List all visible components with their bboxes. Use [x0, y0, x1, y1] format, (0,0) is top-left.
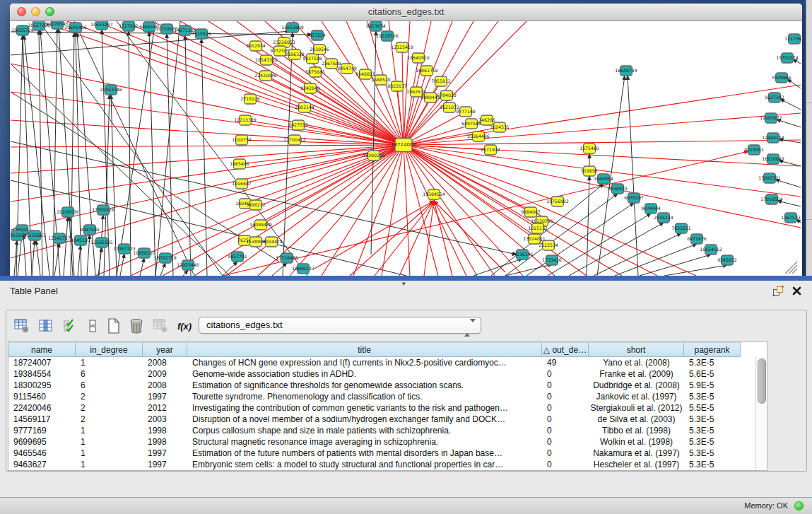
- table-body[interactable]: 1872400712008Changes of HCN gene express…: [8, 357, 767, 470]
- table-row[interactable]: 946362711997Embryonic stem cells: a mode…: [8, 459, 767, 470]
- graph-node-label: 13524851: [523, 236, 546, 241]
- cell-pagerank: 5.9E-5: [684, 380, 741, 391]
- graph-node-label: 5875685: [305, 69, 325, 74]
- cell-pagerank: 5.3E-5: [684, 391, 741, 402]
- delete-table-icon[interactable]: [128, 317, 145, 334]
- graph-node-label: 6794028: [437, 93, 457, 98]
- node-attribute-table[interactable]: namein_degreeyeartitle△ out_de…shortpage…: [8, 341, 767, 471]
- cell-pagerank: 5.6E-5: [684, 368, 741, 380]
- table-row[interactable]: 969969511998Structural magnetic resonanc…: [8, 436, 767, 448]
- function-builder-icon[interactable]: f(x): [176, 317, 193, 334]
- row-height-icon[interactable]: [84, 317, 101, 334]
- column-header-year[interactable]: year: [143, 342, 187, 357]
- memory-ok-indicator-icon[interactable]: [794, 501, 804, 510]
- graph-node-label: 1916687: [232, 181, 252, 186]
- graph-node-label: 6497568: [461, 121, 481, 126]
- cell-in_degree: 1: [76, 357, 143, 368]
- column-header-title[interactable]: title: [187, 342, 542, 357]
- graph-node-label: 1362615: [406, 89, 426, 94]
- graph-node-label: 9242848: [300, 86, 320, 90]
- table-row[interactable]: 946554611997Estimation of the future num…: [8, 448, 767, 459]
- cell-name: 9463627: [8, 459, 76, 470]
- graph-node-label: 2522534: [539, 243, 558, 247]
- cell-name: 9465546: [8, 448, 76, 459]
- cell-title: Disruption of a novel member of a sodium…: [187, 414, 542, 425]
- cell-title: Tourette syndrome. Phenomenology and cla…: [187, 391, 542, 402]
- cell-pagerank: 5.3E-5: [684, 459, 741, 470]
- table-row[interactable]: 2242004622012Investigating the contribut…: [8, 402, 767, 414]
- cell-year: 1997: [143, 391, 187, 402]
- graph-node-label: 13716485: [276, 255, 298, 260]
- graph-node-label: 1145193: [71, 238, 90, 243]
- status-bar: Memory: OK: [0, 497, 812, 514]
- graph-node-label: 19384554: [423, 192, 445, 197]
- graph-node-label: 2718126: [240, 96, 260, 101]
- column-header-name[interactable]: name: [8, 342, 76, 357]
- column-header-in_degree[interactable]: in_degree: [76, 342, 143, 357]
- new-table-icon[interactable]: [105, 317, 122, 334]
- graph-node-label: 18724007: [391, 142, 416, 148]
- graph-node-label: 11700412: [283, 137, 306, 142]
- cell-short: Wolkin et al. (1998): [589, 436, 684, 448]
- graph-node-label: 9329966: [772, 75, 792, 80]
- graph-node-label: 12923448: [177, 262, 199, 267]
- table-row[interactable]: 977716911998Corpus callosum shape and si…: [8, 425, 767, 436]
- network-canvas[interactable]: 1905572420557298210785452069140610653287…: [11, 21, 801, 276]
- graph-node-label: 1538902: [246, 239, 266, 244]
- table-row[interactable]: 1938455462009Genome-wide association stu…: [8, 368, 767, 380]
- cell-title: Embryonic stem cells: a model to study s…: [187, 459, 542, 470]
- float-panel-icon[interactable]: [772, 286, 784, 297]
- graph-node-label: 17016504: [760, 197, 783, 201]
- table-settings-icon[interactable]: [13, 317, 30, 334]
- graph-node-label: 16053809: [281, 25, 304, 30]
- select-rows-icon[interactable]: [61, 317, 78, 334]
- graph-node-label: 2803144: [295, 105, 314, 110]
- graph-node-label: 17359928: [92, 207, 114, 212]
- graph-node-label: 10654112: [700, 247, 722, 252]
- graph-node-label: 5498222: [246, 202, 266, 207]
- cell-pagerank: 5.3E-5: [684, 436, 741, 448]
- cell-short: Yano et al. (2008): [589, 357, 684, 368]
- graph-node-label: 16120796: [531, 218, 553, 223]
- cell-title: Corpus callosum shape and size in male p…: [187, 425, 542, 436]
- cell-in_degree: 1: [76, 425, 143, 436]
- cell-short: Hescheler et al. (1997): [589, 459, 684, 470]
- graph-node-label: 12505135: [90, 240, 113, 245]
- cell-year: 2008: [143, 380, 187, 391]
- cell-short: Tibbo et al. (1998): [589, 425, 684, 436]
- cell-title: Investigating the contribution of common…: [187, 402, 542, 414]
- column-header-pagerank[interactable]: pagerank: [684, 342, 741, 357]
- citation-network-graph[interactable]: 1905572420557298210785452069140610653287…: [11, 21, 801, 276]
- column-header-out_degree[interactable]: △ out_de…: [542, 342, 589, 357]
- graph-node-label: 9777169: [456, 109, 476, 114]
- graph-node-label: 1640954: [594, 176, 613, 181]
- table-header-row[interactable]: namein_degreeyeartitle△ out_de…shortpage…: [8, 342, 767, 357]
- graph-node-label: 8186328: [285, 52, 305, 57]
- table-row[interactable]: 911546021997Tourette syndrome. Phenomeno…: [8, 391, 767, 402]
- cell-out_degree: 0: [542, 459, 589, 470]
- cell-name: 19384554: [8, 368, 76, 380]
- window-titlebar[interactable]: citations_edges.txt: [10, 4, 802, 21]
- close-panel-icon[interactable]: [792, 286, 802, 296]
- table-row[interactable]: 1830029562008Estimation of significance …: [8, 380, 767, 391]
- cell-in_degree: 1: [76, 436, 143, 448]
- column-header-filler: [741, 342, 767, 357]
- cell-pagerank: 5.3E-5: [684, 357, 741, 368]
- table-row[interactable]: 1872400712008Changes of HCN gene express…: [8, 357, 767, 368]
- scrollbar-thumb[interactable]: [758, 358, 766, 404]
- graph-node-label: 2571932: [481, 147, 500, 152]
- graph-node-label: 19055724: [11, 28, 34, 33]
- column-select-icon[interactable]: [37, 317, 54, 334]
- table-scrollbar[interactable]: [755, 357, 767, 470]
- graph-node-label: 9097588: [80, 227, 100, 232]
- cell-pagerank: 5.3E-5: [684, 448, 741, 459]
- table-selector-dropdown[interactable]: citations_edges.txt: [199, 317, 481, 334]
- column-header-short[interactable]: short: [589, 342, 684, 357]
- cell-pagerank: 5.5E-5: [684, 402, 741, 414]
- cell-year: 1998: [143, 436, 187, 448]
- network-view-window[interactable]: citations_edges.txt 19055724205572982107…: [10, 4, 802, 276]
- table-row[interactable]: 1456911722003Disruption of a novel membe…: [8, 414, 767, 425]
- graph-node-label: 1615132: [528, 226, 548, 230]
- graph-node-label: 7955812: [431, 78, 451, 83]
- graph-node-label: 16648784: [615, 68, 637, 73]
